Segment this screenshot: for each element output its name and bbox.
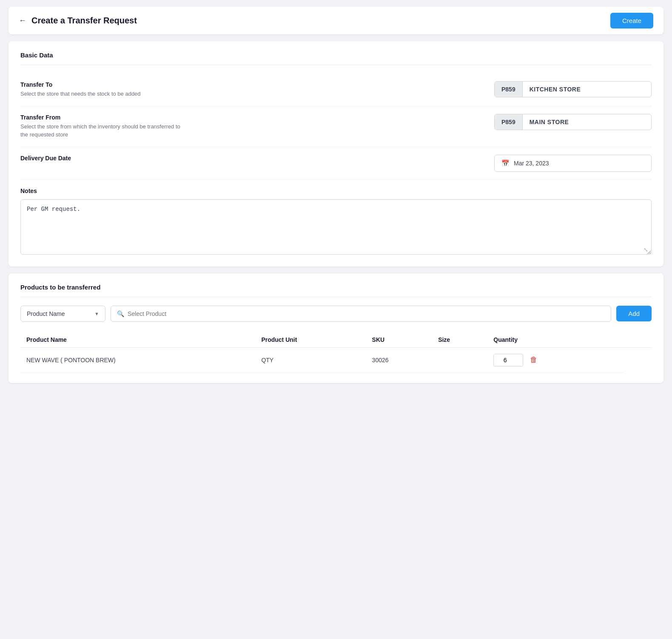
product-row-unit: QTY bbox=[255, 347, 366, 372]
resize-icon: ⤡ bbox=[644, 247, 648, 253]
transfer-from-store-name: MAIN STORE bbox=[523, 114, 651, 130]
col-size: Size bbox=[432, 332, 487, 348]
add-product-button[interactable]: Add bbox=[616, 306, 652, 321]
quantity-input[interactable] bbox=[493, 354, 523, 366]
table-row: NEW WAVE ( PONTOON BREW) QTY 30026 🗑 bbox=[20, 347, 652, 372]
delete-row-button[interactable]: 🗑 bbox=[527, 355, 540, 365]
products-section-title: Products to be transferred bbox=[20, 284, 652, 297]
table-header: Product Name Product Unit SKU Size Quant… bbox=[20, 332, 652, 348]
notes-label: Notes bbox=[20, 187, 652, 194]
search-icon: 🔍 bbox=[117, 310, 124, 317]
product-row-name: NEW WAVE ( PONTOON BREW) bbox=[20, 347, 255, 372]
transfer-to-code: P859 bbox=[495, 82, 523, 97]
table-body: NEW WAVE ( PONTOON BREW) QTY 30026 🗑 bbox=[20, 347, 652, 372]
delivery-date-row: Delivery Due Date 📅 Mar 23, 2023 bbox=[20, 147, 652, 180]
transfer-to-store-name: KITCHEN STORE bbox=[523, 82, 651, 97]
transfer-from-hint: Select the store from which the inventor… bbox=[20, 122, 182, 139]
create-button[interactable]: Create bbox=[610, 13, 653, 28]
transfer-from-code: P859 bbox=[495, 114, 523, 130]
transfer-to-control: P859 KITCHEN STORE bbox=[199, 81, 652, 97]
delivery-date-label: Delivery Due Date bbox=[20, 155, 199, 162]
transfer-to-row: Transfer To Select the store that needs … bbox=[20, 74, 652, 106]
delivery-date-control: 📅 Mar 23, 2023 bbox=[199, 155, 652, 172]
transfer-from-row: Transfer From Select the store from whic… bbox=[20, 106, 652, 147]
products-table: Product Name Product Unit SKU Size Quant… bbox=[20, 332, 652, 373]
table-header-row: Product Name Product Unit SKU Size Quant… bbox=[20, 332, 652, 348]
product-name-dropdown-label: Product Name bbox=[27, 310, 65, 317]
delivery-date-label-group: Delivery Due Date bbox=[20, 155, 199, 163]
products-section: Products to be transferred Product Name … bbox=[9, 273, 663, 383]
back-button[interactable]: ← bbox=[19, 16, 26, 25]
transfer-to-hint: Select the store that needs the stock to… bbox=[20, 90, 182, 98]
delivery-date-picker[interactable]: 📅 Mar 23, 2023 bbox=[494, 155, 652, 172]
transfer-to-label: Transfer To bbox=[20, 81, 199, 88]
page-header: ← Create a Transfer Request Create bbox=[9, 7, 663, 34]
transfer-from-label-group: Transfer From Select the store from whic… bbox=[20, 114, 199, 139]
delivery-date-value: Mar 23, 2023 bbox=[514, 160, 549, 167]
select-product-search[interactable]: 🔍 bbox=[111, 306, 611, 322]
col-product-unit: Product Unit bbox=[255, 332, 366, 348]
basic-data-section: Basic Data Transfer To Select the store … bbox=[9, 41, 663, 267]
notes-wrapper: Per GM request. ⤡ bbox=[20, 199, 652, 256]
page-title: Create a Transfer Request bbox=[31, 16, 137, 26]
basic-data-title: Basic Data bbox=[20, 51, 652, 65]
notes-textarea[interactable]: Per GM request. bbox=[20, 199, 652, 255]
product-name-dropdown[interactable]: Product Name ▼ bbox=[20, 306, 105, 322]
col-actions bbox=[624, 332, 652, 348]
add-product-row: Product Name ▼ 🔍 Add bbox=[20, 306, 652, 322]
transfer-from-picker[interactable]: P859 MAIN STORE bbox=[494, 114, 652, 130]
notes-row: Notes Per GM request. ⤡ bbox=[20, 180, 652, 256]
calendar-icon: 📅 bbox=[501, 159, 510, 167]
product-row-size bbox=[432, 347, 487, 372]
chevron-down-icon: ▼ bbox=[94, 311, 99, 316]
transfer-to-picker[interactable]: P859 KITCHEN STORE bbox=[494, 81, 652, 97]
transfer-from-control: P859 MAIN STORE bbox=[199, 114, 652, 130]
product-row-quantity: 🗑 bbox=[487, 347, 624, 372]
transfer-to-label-group: Transfer To Select the store that needs … bbox=[20, 81, 199, 98]
header-left: ← Create a Transfer Request bbox=[19, 16, 137, 26]
search-input[interactable] bbox=[128, 310, 605, 317]
product-row-sku: 30026 bbox=[366, 347, 433, 372]
transfer-from-label: Transfer From bbox=[20, 114, 199, 121]
col-product-name: Product Name bbox=[20, 332, 255, 348]
col-quantity: Quantity bbox=[487, 332, 624, 348]
col-sku: SKU bbox=[366, 332, 433, 348]
